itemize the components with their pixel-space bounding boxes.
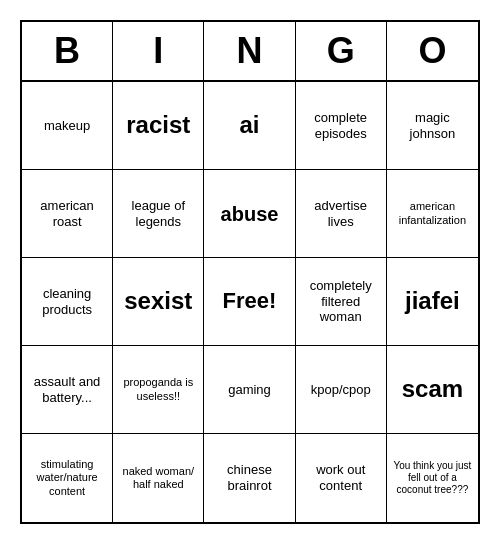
bingo-cell-10[interactable]: cleaning products (22, 258, 113, 346)
bingo-cell-12[interactable]: Free! (204, 258, 295, 346)
bingo-cell-20[interactable]: stimulating water/nature content (22, 434, 113, 522)
bingo-cell-0[interactable]: makeup (22, 82, 113, 170)
header-n: N (204, 22, 295, 80)
bingo-cell-13[interactable]: completely filtered woman (296, 258, 387, 346)
bingo-cell-2[interactable]: ai (204, 82, 295, 170)
bingo-cell-21[interactable]: naked woman/ half naked (113, 434, 204, 522)
bingo-cell-15[interactable]: assault and battery... (22, 346, 113, 434)
bingo-header: B I N G O (22, 22, 478, 82)
bingo-cell-1[interactable]: racist (113, 82, 204, 170)
bingo-cell-19[interactable]: scam (387, 346, 478, 434)
header-o: O (387, 22, 478, 80)
bingo-cell-14[interactable]: jiafei (387, 258, 478, 346)
bingo-cell-11[interactable]: sexist (113, 258, 204, 346)
bingo-cell-8[interactable]: advertise lives (296, 170, 387, 258)
bingo-cell-7[interactable]: abuse (204, 170, 295, 258)
bingo-cell-9[interactable]: american infantalization (387, 170, 478, 258)
header-g: G (296, 22, 387, 80)
bingo-cell-18[interactable]: kpop/cpop (296, 346, 387, 434)
bingo-grid: makeupracistaicomplete episodesmagic joh… (22, 82, 478, 522)
bingo-cell-23[interactable]: work out content (296, 434, 387, 522)
bingo-cell-3[interactable]: complete episodes (296, 82, 387, 170)
bingo-cell-6[interactable]: league of legends (113, 170, 204, 258)
header-b: B (22, 22, 113, 80)
bingo-cell-17[interactable]: gaming (204, 346, 295, 434)
bingo-card: B I N G O makeupracistaicomplete episode… (20, 20, 480, 524)
bingo-cell-24[interactable]: You think you just fell out of a coconut… (387, 434, 478, 522)
header-i: I (113, 22, 204, 80)
bingo-cell-4[interactable]: magic johnson (387, 82, 478, 170)
bingo-cell-5[interactable]: american roast (22, 170, 113, 258)
bingo-cell-16[interactable]: propoganda is useless!! (113, 346, 204, 434)
bingo-cell-22[interactable]: chinese brainrot (204, 434, 295, 522)
